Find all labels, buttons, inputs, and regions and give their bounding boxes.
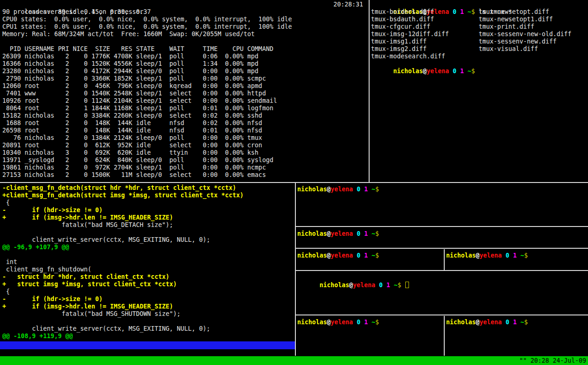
prompt-num0: 0 [505, 319, 509, 326]
prompt-sp [353, 186, 357, 193]
prompt-sp [360, 252, 364, 259]
pane-shell-2[interactable]: nicholas@yelena 0 1 ~$ [297, 228, 588, 247]
prompt-cwd: ~ [520, 252, 524, 259]
prompt-at-sign: @ [327, 252, 331, 259]
pane-shell-1[interactable]: nicholas@yelena 0 1 ~$ [297, 183, 588, 226]
prompt-user: nicholas [297, 186, 327, 193]
prompt-at-sign: @ [327, 319, 331, 326]
pane-border-h3[interactable] [296, 270, 588, 271]
prompt-host: yelena [331, 252, 353, 259]
prompt-num1: 1 [364, 252, 368, 259]
shell-prompt: nicholas@yelena 0 1 ~$ [446, 252, 531, 259]
prompt-sp [368, 319, 371, 326]
shell-prompt: nicholas@yelena 0 1 ~$ [297, 319, 383, 326]
diff-line: - struct hdr *hdr, struct client_ctx *cc… [2, 273, 169, 280]
diff-line: fatalx("bad MSG_DETACH size"); [2, 221, 173, 228]
prompt-sp [353, 319, 357, 326]
prompt-user: nicholas [297, 319, 327, 326]
prompt-line: nicholas@yelena 0 1 ~$ [371, 60, 587, 68]
pane-shell-6[interactable]: nicholas@yelena 0 1 ~$ [297, 316, 443, 356]
pane-border-v5[interactable] [444, 316, 445, 356]
prompt-sp [517, 252, 520, 259]
prompt-dollar: $ [375, 230, 383, 237]
prompt-sp [368, 230, 371, 237]
pane-border-h1[interactable] [296, 226, 588, 227]
prompt-num1: 1 [364, 186, 368, 193]
diff-line: +client_msg_fn_detach(struct imsg *imsg,… [2, 192, 243, 199]
pane-border-vertical-top[interactable] [369, 0, 370, 182]
prompt-at-sign: @ [476, 252, 479, 259]
diff-line: client_msg_fn_shutdown( [2, 266, 91, 273]
pane-border-v3[interactable] [444, 249, 445, 271]
prompt-cwd: ~ [371, 252, 375, 259]
diff-line: client_write_server(cctx, MSG_EXITING, N… [2, 236, 210, 243]
prompt-at-sign: @ [327, 186, 331, 193]
shell-prompt: nicholas@yelena 0 1 ~$ [297, 252, 383, 259]
pane-emacs-diff[interactable]: -client_msg_fn_detach(struct hdr *hdr, s… [0, 183, 295, 356]
diff-line: client_write_server(cctx, MSG_EXITING, N… [2, 325, 210, 332]
ls-file-listing: tmux-borders.diff tmux-newsetopt.diff tm… [371, 8, 587, 60]
pane-shell-4[interactable]: nicholas@yelena 0 1 ~$ [446, 250, 588, 270]
diff-line: - if (hdr->size != 0) [2, 207, 102, 214]
prompt-sp [509, 319, 513, 326]
prompt-num1: 1 [513, 319, 517, 326]
top-clock: 20:28:31 [333, 1, 363, 8]
shell-prompt: nicholas@yelena 0 1 ~$ [446, 319, 531, 326]
pane-border-h2[interactable] [296, 248, 588, 249]
shell-prompt: nicholas@yelena 0 1 ~$ [320, 282, 405, 289]
prompt-sp [456, 68, 460, 75]
prompt-sp [383, 282, 386, 289]
tmux-status-bar: [0] 0:irssi# 1:todo 2:ncmpc- 3:mutt 4:ss… [0, 356, 588, 365]
diff-line: -client_msg_fn_detach(struct hdr *hdr, s… [2, 184, 236, 191]
pane-shell-5[interactable]: nicholas@yelena 0 1 ~$ [297, 272, 588, 314]
prompt-sp [502, 319, 505, 326]
pane-shell-ls[interactable]: nicholas@yelena 0 1 ~$ ls tmux-* tmux-bo… [371, 1, 587, 182]
prompt-at-sign: @ [423, 68, 427, 75]
prompt-sp [368, 252, 371, 259]
pane-shell-3[interactable]: nicholas@yelena 0 1 ~$ [297, 250, 443, 270]
prompt-sp [360, 230, 364, 237]
pane-top-process-monitor[interactable]: load averages: 0.45, 0.39, 0.37 20:28:31… [0, 0, 369, 182]
prompt-cwd: ~ [371, 186, 375, 193]
prompt-num1: 1 [513, 252, 517, 259]
pane-shell-7[interactable]: nicholas@yelena 0 1 ~$ [446, 316, 588, 356]
prompt-host: yelena [353, 282, 375, 289]
prompt-host: yelena [479, 252, 502, 259]
prompt-user: nicholas [320, 282, 349, 289]
prompt-dollar: $ [397, 282, 405, 289]
prompt-user: nicholas [446, 252, 476, 259]
prompt-num0: 0 [357, 252, 360, 259]
prompt-sp [368, 186, 371, 193]
prompt-sp [360, 186, 364, 193]
prompt-host: yelena [479, 319, 502, 326]
prompt-cwd: ~ [520, 319, 524, 326]
process-table: 90 processes: 89 idle, 1 on processor CP… [2, 8, 369, 179]
shell-prompt: nicholas@yelena 0 1 ~$ [393, 68, 479, 75]
prompt-dollar: $ [524, 252, 531, 259]
diff-line: { [2, 288, 10, 295]
prompt-at-sign: @ [327, 230, 331, 237]
prompt-at-sign: @ [349, 282, 353, 289]
pane-border-vertical-bottom[interactable] [295, 183, 296, 356]
prompt-sp [502, 252, 505, 259]
prompt-sp [509, 252, 513, 259]
prompt-dollar: $ [375, 186, 383, 193]
status-clock-date: "" 20:28 24-Jul-09 [519, 356, 586, 365]
terminal-cursor [405, 282, 409, 288]
prompt-num0: 0 [379, 282, 383, 289]
prompt-sp [517, 319, 520, 326]
diff-line: - if (hdr->size != 0) [2, 296, 102, 302]
prompt-host: yelena [331, 186, 353, 193]
shell-prompt: nicholas@yelena 0 1 ~$ [297, 230, 383, 237]
emacs-mode-line: ----:---F1 tmux-imsg-12diff.diff 17% (13… [0, 341, 295, 349]
pane-border-horizontal-middle[interactable] [0, 182, 588, 183]
prompt-sp [360, 319, 364, 326]
diff-line: @@ -96,9 +107,9 @@ [2, 244, 69, 251]
prompt-num0: 0 [453, 68, 456, 75]
prompt-num0: 0 [357, 230, 360, 237]
top-first-line: load averages: 0.45, 0.39, 0.37 [2, 1, 369, 8]
prompt-user: nicholas [297, 230, 327, 237]
prompt-sp [375, 282, 379, 289]
pane-border-h4[interactable] [296, 315, 588, 315]
diff-line: + if (imsg->hdr.len != IMSG_HEADER_SIZE) [2, 303, 173, 310]
